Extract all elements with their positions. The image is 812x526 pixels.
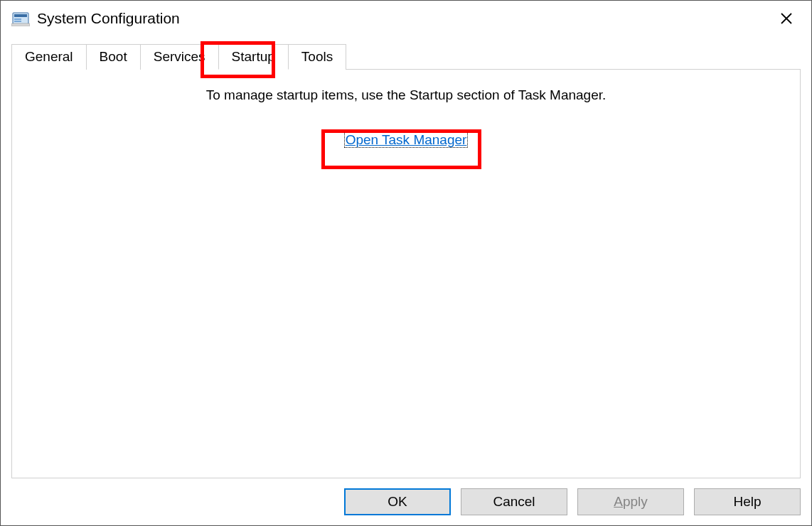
close-button[interactable] [765, 4, 808, 33]
tab-strip: General Boot Services Startup Tools [11, 43, 801, 69]
close-icon [779, 11, 794, 26]
apply-underline: A [614, 494, 623, 509]
help-button[interactable]: Help [694, 488, 801, 515]
svg-rect-1 [14, 14, 27, 17]
svg-rect-2 [14, 18, 21, 20]
ok-button[interactable]: OK [344, 488, 451, 515]
startup-panel: To manage startup items, use the Startup… [11, 69, 801, 478]
apply-rest: pply [623, 494, 648, 509]
tab-general[interactable]: General [11, 44, 87, 70]
startup-info-text: To manage startup items, use the Startup… [26, 87, 786, 103]
app-icon [11, 11, 30, 26]
apply-button: Apply [577, 488, 684, 515]
link-container: Open Task Manager [336, 128, 476, 152]
open-task-manager-link[interactable]: Open Task Manager [345, 132, 468, 147]
window-title: System Configuration [37, 10, 765, 27]
system-configuration-window: System Configuration General Boot Servic… [0, 0, 812, 526]
content-area: General Boot Services Startup Tools To m… [1, 36, 811, 478]
tab-boot[interactable]: Boot [86, 44, 141, 70]
tab-startup[interactable]: Startup [218, 44, 289, 70]
dialog-button-row: OK Cancel Apply Help [1, 478, 811, 525]
tab-services[interactable]: Services [140, 44, 219, 70]
titlebar: System Configuration [1, 1, 811, 36]
tab-tools[interactable]: Tools [288, 44, 346, 70]
cancel-button[interactable]: Cancel [461, 488, 567, 515]
svg-rect-4 [11, 23, 30, 26]
svg-rect-3 [14, 21, 21, 22]
